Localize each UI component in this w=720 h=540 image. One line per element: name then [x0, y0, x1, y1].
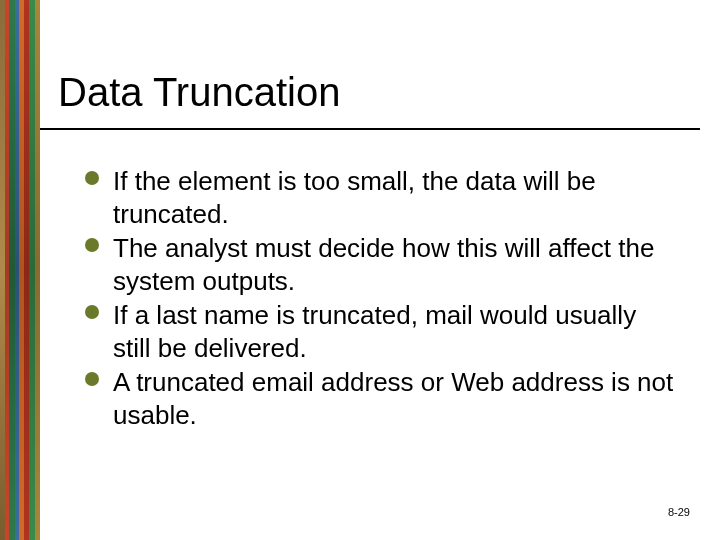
page-number: 8-29: [668, 506, 690, 518]
decorative-sidebar: [0, 0, 40, 540]
bullet-icon: [85, 238, 99, 252]
list-item: A truncated email address or Web address…: [85, 366, 675, 431]
bullet-list: If the element is too small, the data wi…: [85, 165, 675, 433]
bullet-icon: [85, 305, 99, 319]
bullet-text: If a last name is truncated, mail would …: [113, 300, 636, 363]
list-item: The analyst must decide how this will af…: [85, 232, 675, 297]
title-underline: [40, 128, 700, 130]
bullet-text: If the element is too small, the data wi…: [113, 166, 596, 229]
slide-title: Data Truncation: [58, 70, 340, 115]
bullet-text: The analyst must decide how this will af…: [113, 233, 654, 296]
list-item: If a last name is truncated, mail would …: [85, 299, 675, 364]
list-item: If the element is too small, the data wi…: [85, 165, 675, 230]
bullet-icon: [85, 372, 99, 386]
bullet-icon: [85, 171, 99, 185]
bullet-text: A truncated email address or Web address…: [113, 367, 673, 430]
